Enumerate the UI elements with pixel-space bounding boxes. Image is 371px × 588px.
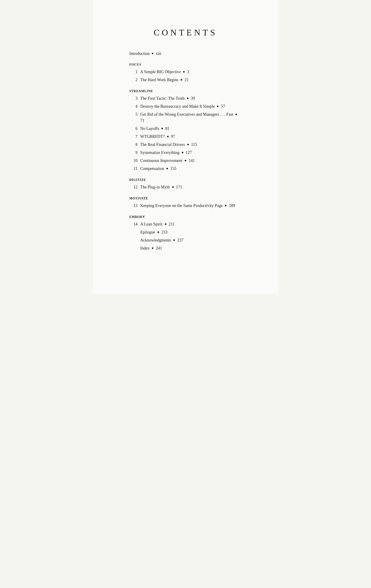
bullet-5 (236, 114, 237, 115)
toc-entry-9: 9 Systematize Everything 127 (129, 150, 242, 156)
intro-label: Introduction (129, 51, 150, 56)
bullet-7 (167, 136, 169, 137)
page-title: CONTENTS (129, 27, 242, 38)
back-matter-index: Index 241 (140, 245, 242, 251)
toc-entry-13: 13 Keeping Everyone on the Same Producti… (129, 203, 242, 209)
toc-number-6: 6 (129, 126, 138, 132)
bullet-1 (183, 71, 185, 73)
bullet-2 (181, 79, 182, 81)
toc-entry-14: 14 A Lean Spirit 211 (129, 221, 242, 227)
section-header-streamline: STREAMLINE (129, 89, 242, 93)
toc-number-11: 11 (129, 166, 138, 172)
toc-entry-10: 10 Continuous Improvement 141 (129, 158, 242, 164)
toc-title-2: The Hard Work Begins 21 (140, 77, 242, 83)
bullet-12 (172, 186, 174, 188)
toc-entry-11: 11 Compensation 155 (129, 166, 242, 172)
bullet-index (152, 247, 153, 249)
toc-number-14: 14 (129, 221, 138, 227)
bullet-13 (225, 205, 226, 206)
toc-title-8: The Real Financial Drivers 115 (140, 142, 242, 148)
bullet-6 (161, 128, 163, 129)
section-header-embody: EMBODY (129, 215, 242, 219)
intro-entry: Introduction xiii (129, 51, 242, 56)
toc-title-13: Keeping Everyone on the Same Productivit… (140, 203, 242, 209)
back-matter-epilogue: Epilogue 233 (140, 229, 242, 235)
toc-entry-7: 7 WTGBRFDT? 97 (129, 134, 242, 140)
toc-title-1: A Simple BIG Objective 3 (140, 69, 242, 75)
toc-entry-5: 5 Get Rid of the Wrong Executives and Ma… (129, 111, 242, 124)
toc-number-4: 4 (129, 103, 138, 110)
toc-title-4: Destroy the Bureaucracy and Make It Simp… (140, 103, 242, 110)
bullet-acknowledgments (173, 240, 175, 241)
toc-title-6: No Layoffs 81 (140, 126, 242, 132)
toc-title-14: A Lean Spirit 211 (140, 221, 242, 227)
bullet-14 (165, 223, 166, 225)
section-header-digitize: DIGITIZE (129, 178, 242, 182)
intro-bullet (152, 53, 153, 54)
toc-entry-4: 4 Destroy the Bureaucracy and Make It Si… (129, 103, 242, 110)
bullet-4 (217, 106, 218, 107)
toc-number-5: 5 (129, 111, 138, 117)
toc-entry-3: 3 The First Tactic: The Truth 39 (129, 95, 242, 102)
toc-number-2: 2 (129, 77, 138, 83)
bullet-9 (182, 152, 183, 153)
toc-title-3: The First Tactic: The Truth 39 (140, 95, 242, 102)
toc-number-3: 3 (129, 95, 138, 102)
toc-number-13: 13 (129, 203, 138, 209)
book-page: CONTENTS Introduction xiii FOCUS 1 A Sim… (93, 0, 278, 294)
toc-entry-6: 6 No Layoffs 81 (129, 126, 242, 132)
toc-title-5: Get Rid of the Wrong Executives and Mana… (140, 111, 242, 124)
toc-title-9: Systematize Everything 127 (140, 150, 242, 156)
toc-number-10: 10 (129, 158, 138, 164)
bullet-8 (187, 144, 189, 145)
toc-title-12: The Plug-in Myth 171 (140, 184, 242, 190)
toc-entry-12: 12 The Plug-in Myth 171 (129, 184, 242, 190)
toc-number-9: 9 (129, 150, 138, 156)
intro-page: xiii (156, 51, 161, 56)
toc-entry-1: 1 A Simple BIG Objective 3 (129, 69, 242, 75)
toc-title-10: Continuous Improvement 141 (140, 158, 242, 164)
toc-title-7: WTGBRFDT? 97 (140, 134, 242, 140)
bullet-epilogue (158, 231, 159, 233)
back-matter-acknowledgments: Acknowledgments 237 (140, 237, 242, 243)
bullet-10 (185, 160, 186, 161)
section-header-motivate: MOTIVATE (129, 197, 242, 200)
toc-number-1: 1 (129, 69, 138, 75)
toc-number-7: 7 (129, 134, 138, 140)
toc-entry-8: 8 The Real Financial Drivers 115 (129, 142, 242, 148)
bullet-11 (167, 168, 168, 169)
toc-entry-2: 2 The Hard Work Begins 21 (129, 77, 242, 83)
toc-title-11: Compensation 155 (140, 166, 242, 172)
bullet-3 (187, 98, 189, 99)
toc-number-12: 12 (129, 184, 138, 190)
toc-number-8: 8 (129, 142, 138, 148)
section-header-focus: FOCUS (129, 63, 242, 67)
